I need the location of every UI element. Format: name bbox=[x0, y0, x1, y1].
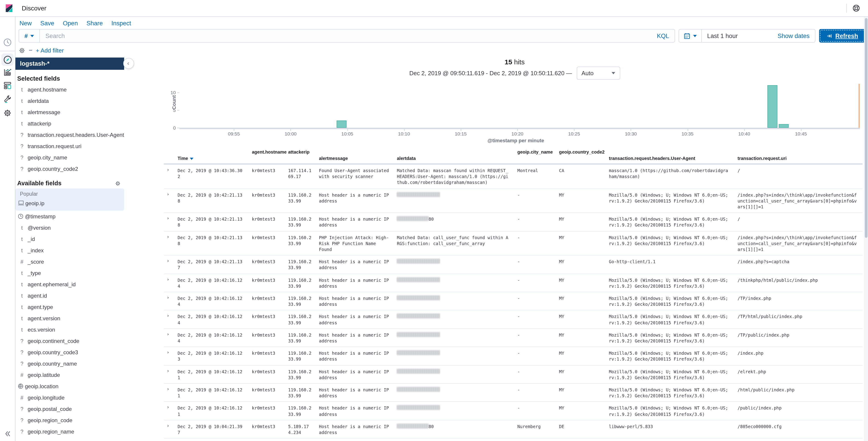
field-name: geoip.city_name bbox=[28, 154, 67, 161]
expand-row-chevron-icon[interactable]: › bbox=[164, 164, 174, 188]
field-item-geoip.postal_code[interactable]: ?geoip.postal_code bbox=[15, 403, 126, 414]
column-header-geoip-country-code2[interactable]: geoip.country_code2 bbox=[555, 148, 605, 164]
field-item-agent.id[interactable]: tagent.id bbox=[15, 290, 126, 301]
column-header-transaction-request-headers-user-agent[interactable]: transaction.request.headers.User-Agent bbox=[605, 148, 734, 164]
field-item-_index[interactable]: t_index bbox=[15, 245, 126, 256]
field-item-geoip.country_code2[interactable]: ?geoip.country_code2 bbox=[15, 163, 126, 175]
expand-row-chevron-icon[interactable]: › bbox=[164, 365, 174, 383]
search-input[interactable] bbox=[40, 29, 651, 42]
expand-row-chevron-icon[interactable]: › bbox=[164, 292, 174, 310]
filter-settings-gear-icon[interactable] bbox=[19, 47, 25, 54]
field-item-alertdata[interactable]: talertdata bbox=[15, 95, 126, 106]
field-item-geoip.ip[interactable]: geoip.ip bbox=[16, 197, 124, 209]
kibana-logo[interactable] bbox=[5, 4, 13, 12]
expand-row-chevron-icon[interactable]: › bbox=[164, 188, 174, 213]
expand-row-chevron-icon[interactable]: › bbox=[164, 274, 174, 292]
field-item-geoip.country_code3[interactable]: ?geoip.country_code3 bbox=[15, 347, 126, 358]
field-item-ecs.version[interactable]: tecs.version bbox=[15, 324, 126, 335]
x-tick-label: 10:00 bbox=[276, 131, 305, 136]
field-item-geoip.region_code[interactable]: ?geoip.region_code bbox=[15, 414, 126, 426]
expand-row-chevron-icon[interactable]: › bbox=[164, 329, 174, 347]
number-field-icon: # bbox=[18, 259, 26, 264]
field-item-geoip.timezone[interactable]: ?geoip.timezone bbox=[15, 437, 126, 441]
field-item-_score[interactable]: #_score bbox=[15, 256, 126, 267]
column-header-transaction-request-uri[interactable]: transaction.request.uri bbox=[734, 148, 863, 164]
field-settings-gear-icon[interactable] bbox=[115, 181, 121, 186]
field-item-alertmessage[interactable]: talertmessage bbox=[15, 106, 126, 118]
dev-tools-wrench-icon[interactable] bbox=[3, 94, 12, 104]
cell-user-agent: Go-http-client/1.1 bbox=[605, 255, 734, 274]
field-item-attackerip[interactable]: tattackerip bbox=[15, 118, 126, 129]
cell-request-uri: /html/public/index.php bbox=[734, 383, 863, 402]
cell-agent-hostname: kr0mtest3 bbox=[248, 255, 284, 274]
field-item-transaction.request.headers.User-Agent[interactable]: ?transaction.request.headers.User-Agent bbox=[15, 129, 126, 140]
available-fields-header: Available fields bbox=[17, 180, 62, 187]
column-header-alertdata[interactable]: alertdata bbox=[393, 148, 514, 164]
field-item-geoip.latitude[interactable]: #geoip.latitude bbox=[15, 369, 126, 380]
field-item-@version[interactable]: t@version bbox=[15, 222, 126, 233]
column-header-agent-hostname[interactable]: agent.hostname bbox=[248, 148, 284, 164]
expand-row-chevron-icon[interactable]: › bbox=[164, 310, 174, 329]
scrollbar-thumb[interactable] bbox=[865, 18, 867, 238]
collapse-nav-icon[interactable] bbox=[3, 429, 12, 439]
kql-switch[interactable]: KQL bbox=[651, 32, 675, 39]
cell-agent-hostname: kr0mtest3 bbox=[248, 213, 284, 231]
column-header-time[interactable]: Time bbox=[174, 148, 248, 164]
recent-clock-icon[interactable] bbox=[3, 38, 12, 47]
refresh-button[interactable]: Refresh bbox=[819, 29, 865, 42]
menu-item-new[interactable]: New bbox=[20, 20, 32, 27]
field-item-geoip.longitude[interactable]: #geoip.longitude bbox=[15, 392, 126, 403]
expand-row-chevron-icon[interactable]: › bbox=[164, 420, 174, 439]
visualize-chart-icon[interactable] bbox=[3, 67, 12, 77]
column-header-attackerip[interactable]: attackerip bbox=[284, 148, 315, 164]
expand-row-chevron-icon[interactable]: › bbox=[164, 383, 174, 402]
field-name: geoip.postal_code bbox=[28, 406, 72, 412]
column-header-geoip-city-name[interactable]: geoip.city_name bbox=[514, 148, 555, 164]
field-item-transaction.request.uri[interactable]: ?transaction.request.uri bbox=[15, 140, 126, 152]
discover-compass-icon[interactable] bbox=[3, 55, 12, 64]
cell-attackerip: 167.114.169.17 bbox=[284, 164, 315, 188]
add-filter-link[interactable]: + Add filter bbox=[36, 47, 64, 54]
expand-row-chevron-icon[interactable]: › bbox=[164, 213, 174, 231]
cell-request-uri: /TP/html/public/index.php bbox=[734, 310, 863, 329]
menu-item-save[interactable]: Save bbox=[40, 20, 54, 27]
column-header-alertmessage[interactable]: alertmessage bbox=[315, 148, 393, 164]
dashboard-icon[interactable] bbox=[3, 81, 12, 90]
cell-attackerip: 119.160.233.99 bbox=[284, 213, 315, 231]
interval-select[interactable]: Auto bbox=[577, 67, 620, 80]
management-gear-icon[interactable] bbox=[3, 108, 12, 118]
field-item-@timestamp[interactable]: @timestamp bbox=[15, 211, 126, 222]
field-item-geoip.continent_code[interactable]: ?geoip.continent_code bbox=[15, 335, 126, 347]
sort-desc-icon[interactable] bbox=[190, 158, 193, 160]
field-item-agent.hostname[interactable]: tagent.hostname bbox=[15, 84, 126, 95]
field-item-agent.version[interactable]: tagent.version bbox=[15, 313, 126, 324]
field-item-geoip.city_name[interactable]: ?geoip.city_name bbox=[15, 152, 126, 163]
help-icon[interactable] bbox=[852, 4, 860, 12]
field-item-_type[interactable]: t_type bbox=[15, 267, 126, 279]
menu-item-inspect[interactable]: Inspect bbox=[112, 20, 131, 27]
field-item-geoip.region_name[interactable]: ?geoip.region_name bbox=[15, 426, 126, 437]
table-row: ›Dec 2, 2019 @ 10:42:16.124kr0mtest3119.… bbox=[164, 274, 863, 292]
field-item-_id[interactable]: t_id bbox=[15, 233, 126, 245]
x-tick-label: 10:25 bbox=[560, 131, 589, 136]
menu-item-open[interactable]: Open bbox=[63, 20, 78, 27]
field-item-agent.type[interactable]: tagent.type bbox=[15, 301, 126, 313]
y-tick-label: 0 bbox=[166, 125, 176, 130]
cell-geoip-country-code2: MY bbox=[555, 329, 605, 347]
menu-item-share[interactable]: Share bbox=[87, 20, 103, 27]
time-range-value[interactable]: Last 1 hour bbox=[702, 32, 778, 39]
unknown-field-icon: ? bbox=[18, 417, 26, 423]
field-item-agent.ephemeral_id[interactable]: tagent.ephemeral_id bbox=[15, 279, 126, 290]
calendar-dropdown[interactable] bbox=[679, 29, 702, 42]
expand-row-chevron-icon[interactable]: › bbox=[164, 347, 174, 365]
index-pattern-header[interactable]: logstash-* bbox=[16, 58, 124, 70]
cell-geoip-city-name: Montreal bbox=[514, 164, 555, 188]
show-dates-link[interactable]: Show dates bbox=[778, 32, 815, 39]
expand-row-chevron-icon[interactable]: › bbox=[164, 402, 174, 420]
field-item-geoip.country_name[interactable]: ?geoip.country_name bbox=[15, 358, 126, 369]
expand-row-chevron-icon[interactable]: › bbox=[164, 255, 174, 274]
query-language-filter-button[interactable]: # bbox=[19, 29, 40, 42]
field-item-geoip.location[interactable]: geoip.location bbox=[15, 380, 126, 392]
sidebar-collapse-button[interactable]: ‹ bbox=[123, 58, 134, 69]
expand-row-chevron-icon[interactable]: › bbox=[164, 231, 174, 255]
